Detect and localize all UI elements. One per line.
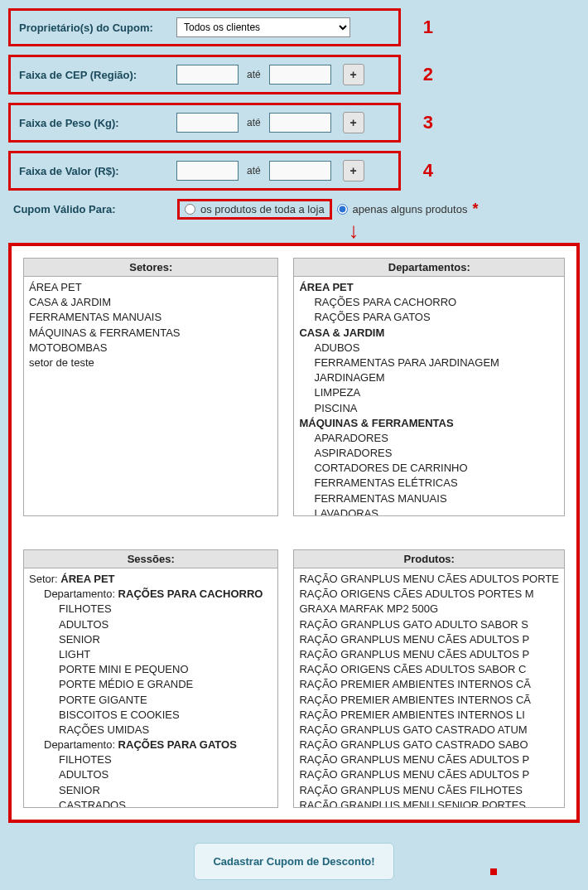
radio-some-products-input[interactable] — [337, 204, 348, 215]
list-item[interactable]: MÁQUINAS & FERRAMENTAS — [299, 416, 559, 431]
list-item[interactable]: JARDINAGEM — [299, 370, 559, 385]
arrow-down-icon: ↓ — [157, 221, 550, 239]
radio-all-products-input[interactable] — [185, 204, 195, 215]
range-separator: até — [247, 165, 261, 177]
setores-list[interactable]: ÁREA PETCASA & JARDIMFERRAMENTAS MANUAIS… — [24, 277, 277, 515]
list-item[interactable]: RAÇÃO GRANPLUS GATO CASTRADO SABO — [299, 738, 559, 752]
list-item[interactable]: FILHOTES — [29, 602, 272, 617]
list-item[interactable]: PORTE GIGANTE — [29, 693, 272, 708]
list-item[interactable]: CASTRADOS — [29, 798, 272, 807]
list-item[interactable]: ÁREA PET — [29, 280, 272, 295]
list-item[interactable]: RAÇÃO PREMIER AMBIENTES INTERNOS CÃ — [299, 677, 559, 692]
range-row: Faixa de Peso (Kg):até+3 — [8, 103, 401, 143]
range-separator: até — [247, 69, 261, 80]
add-range-button[interactable]: + — [343, 64, 364, 85]
list-item[interactable]: RAÇÃO GRANPLUS GATO ADULTO SABOR S — [299, 617, 559, 632]
range-from-input[interactable] — [176, 113, 239, 133]
range-to-input[interactable] — [269, 65, 331, 85]
produtos-panel: Produtos: RAÇÃO GRANPLUS MENU CÃES ADULT… — [293, 549, 565, 808]
list-item[interactable]: RAÇÃO GRANPLUS GATO CASTRADO ATUM — [299, 723, 559, 738]
setores-header: Setores: — [24, 259, 277, 277]
list-item[interactable]: Departamento: RAÇÕES PARA CACHORRO — [29, 587, 272, 602]
owner-row: Proprietário(s) do Cupom: Todos os clien… — [8, 8, 401, 46]
sessoes-header: Sessões: — [24, 550, 277, 568]
list-item[interactable]: PISCINA — [299, 401, 559, 416]
list-item[interactable]: APARADORES — [299, 431, 559, 446]
range-to-input[interactable] — [269, 161, 331, 181]
list-item[interactable]: LAVADORAS — [299, 506, 559, 515]
list-item[interactable]: RAÇÃO GRANPLUS MENU CÃES ADULTOS P — [299, 752, 559, 767]
list-item[interactable]: ADULTOS — [29, 617, 272, 632]
list-item[interactable]: FILHOTES — [29, 752, 272, 767]
red-marker — [490, 868, 497, 875]
list-item[interactable]: RAÇÃO GRANPLUS MENU CÃES ADULTOS PORTE — [299, 572, 559, 587]
list-item[interactable]: RAÇÃO GRANPLUS MENU CÃES ADULTOS P — [299, 647, 559, 662]
produtos-list[interactable]: RAÇÃO GRANPLUS MENU CÃES ADULTOS PORTERA… — [294, 568, 564, 807]
range-to-input[interactable] — [269, 113, 331, 133]
list-item[interactable]: RAÇÕES PARA CACHORRO — [299, 295, 559, 310]
submit-button[interactable]: Cadastrar Cupom de Desconto! — [194, 843, 393, 880]
list-item[interactable]: CASA & JARDIM — [299, 326, 559, 341]
list-item[interactable]: LIGHT — [29, 647, 272, 662]
add-range-button[interactable]: + — [343, 160, 364, 181]
departamentos-header: Departamentos: — [294, 259, 564, 277]
list-item[interactable]: FERRAMENTAS MANUAIS — [29, 310, 272, 325]
list-item[interactable]: LIMPEZA — [299, 385, 559, 400]
valid-for-label: Cupom Válido Para: — [13, 203, 177, 215]
sessoes-panel: Sessões: Setor: ÁREA PETDepartamento: RA… — [23, 549, 278, 808]
owner-select[interactable]: Todos os clientes — [176, 17, 350, 37]
radio-some-products-label: apenas alguns produtos — [353, 203, 468, 215]
radio-some-products[interactable]: apenas alguns produtos — [337, 203, 468, 215]
list-item[interactable]: CASA & JARDIM — [29, 295, 272, 310]
list-item[interactable]: FERRAMENTAS ELÉTRICAS — [299, 476, 559, 491]
list-item[interactable]: ASPIRADORES — [299, 446, 559, 461]
list-item[interactable]: MÁQUINAS & FERRAMENTAS — [29, 326, 272, 341]
sessoes-list[interactable]: Setor: ÁREA PETDepartamento: RAÇÕES PARA… — [24, 568, 277, 807]
list-item[interactable]: ÁREA PET — [299, 280, 559, 295]
product-selection-area: Setores: ÁREA PETCASA & JARDIMFERRAMENTA… — [8, 243, 580, 823]
list-item[interactable]: ADULTOS — [29, 767, 272, 782]
list-item[interactable]: GRAXA MARFAK MP2 500G — [299, 602, 559, 617]
departamentos-panel: Departamentos: ÁREA PETRAÇÕES PARA CACHO… — [293, 258, 565, 516]
list-item[interactable]: RAÇÃO ORIGENS CÃES ADULTOS SABOR C — [299, 662, 559, 677]
list-item[interactable]: BISCOITOS E COOKIES — [29, 708, 272, 723]
list-item[interactable]: RAÇÃO GRANPLUS MENU CÃES ADULTOS P — [299, 632, 559, 647]
departamentos-list[interactable]: ÁREA PETRAÇÕES PARA CACHORRORAÇÕES PARA … — [294, 277, 564, 515]
range-from-input[interactable] — [176, 161, 239, 181]
list-item[interactable]: RAÇÃO GRANPLUS MENU CÃES ADULTOS P — [299, 767, 559, 782]
setores-panel: Setores: ÁREA PETCASA & JARDIMFERRAMENTA… — [23, 258, 278, 516]
list-item[interactable]: RAÇÃO ORIGENS CÃES ADULTOS PORTES M — [299, 587, 559, 602]
list-item[interactable]: PORTE MÉDIO E GRANDE — [29, 677, 272, 692]
list-item[interactable]: RAÇÕES PARA GATOS — [299, 310, 559, 325]
radio-all-products[interactable]: os produtos de toda a loja — [177, 199, 332, 220]
list-item[interactable]: RAÇÕES UMIDAS — [29, 723, 272, 738]
list-item[interactable]: PORTE MINI E PEQUENO — [29, 662, 272, 677]
list-item[interactable]: Departamento: RAÇÕES PARA GATOS — [29, 738, 272, 752]
annotation-1: 1 — [423, 17, 433, 38]
range-row: Faixa de Valor (R$):até+4 — [8, 151, 401, 191]
range-separator: até — [247, 117, 261, 128]
range-from-input[interactable] — [176, 65, 239, 85]
list-item[interactable]: SENIOR — [29, 783, 272, 798]
required-asterisk: * — [472, 201, 478, 218]
range-label: Faixa de CEP (Região): — [19, 69, 176, 81]
list-item[interactable]: RAÇÃO GRANPLUS MENU CÃES FILHOTES — [299, 783, 559, 798]
list-item[interactable]: RAÇÃO PREMIER AMBIENTES INTERNOS LI — [299, 708, 559, 723]
list-item[interactable]: FERRAMENTAS PARA JARDINAGEM — [299, 356, 559, 370]
list-item[interactable]: RAÇÃO PREMIER AMBIENTES INTERNOS CÃ — [299, 693, 559, 708]
list-item[interactable]: Setor: ÁREA PET — [29, 572, 272, 587]
add-range-button[interactable]: + — [343, 112, 364, 133]
list-item[interactable]: ADUBOS — [299, 341, 559, 356]
range-label: Faixa de Peso (Kg): — [19, 117, 176, 129]
owner-label: Proprietário(s) do Cupom: — [19, 22, 176, 34]
list-item[interactable]: FERRAMENTAS MANUAIS — [299, 491, 559, 506]
list-item[interactable]: RAÇÃO GRANPLUS MENU SENIOR PORTES — [299, 798, 559, 807]
list-item[interactable]: setor de teste — [29, 356, 272, 370]
list-item[interactable]: CORTADORES DE CARRINHO — [299, 461, 559, 476]
annotation-num: 3 — [423, 112, 433, 133]
list-item[interactable]: MOTOBOMBAS — [29, 341, 272, 356]
list-item[interactable]: SENIOR — [29, 632, 272, 647]
range-row: Faixa de CEP (Região):até+2 — [8, 55, 401, 94]
radio-all-products-label: os produtos de toda a loja — [200, 203, 325, 215]
annotation-num: 2 — [423, 64, 433, 85]
